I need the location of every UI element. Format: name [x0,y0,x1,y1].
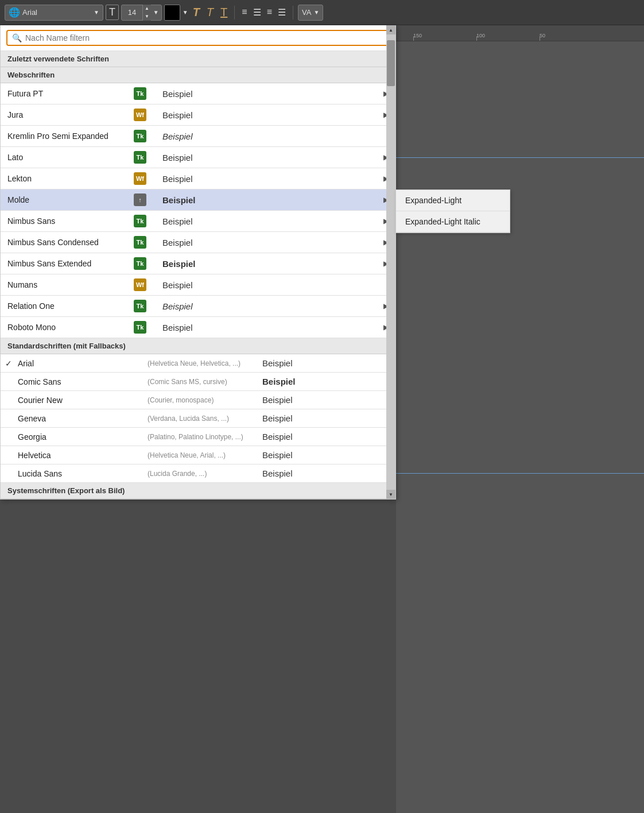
section-header-standard: Standardschriften (mit Fallbacks) [1,338,395,354]
font-badge: Tk [134,257,146,270]
web-font-item[interactable]: Kremlin Pro Semi Expanded Tk Beispiel [1,126,395,147]
standard-font-item[interactable]: Helvetica (Helvetica Neue, Arial, ...) B… [1,446,395,464]
font-item-name: Helvetica [18,451,144,460]
blue-guide-line-1 [396,157,644,158]
size-down-button[interactable]: ▼ [143,13,151,21]
font-preview: Beispiel [251,395,389,405]
font-item-name: Numans [7,280,134,289]
font-fallback: (Verdana, Lucida Sans, ...) [148,415,251,423]
font-fallback: (Palatino, Palatino Linotype, ...) [148,433,251,441]
font-preview: Beispiel [251,450,389,460]
standard-font-item[interactable]: Georgia (Palatino, Palatino Linotype, ..… [1,428,395,446]
scroll-track [386,34,395,490]
font-item-name: Georgia [18,432,144,442]
font-preview: Beispiel [151,259,379,269]
search-input[interactable] [25,33,384,42]
submenu-item[interactable]: Expanded-Light [396,190,510,211]
scroll-up-button[interactable]: ▲ [386,25,395,34]
color-picker[interactable] [164,5,180,21]
font-fallback: (Courier, monospace) [148,396,251,404]
font-item-name: Nimbus Sans [7,216,134,226]
font-badge: Tk [134,130,146,142]
font-style-icon[interactable]: T [106,5,119,20]
font-badge: Tk [134,215,146,227]
font-preview: Beispiel [151,301,379,311]
font-submenu: Expanded-LightExpanded-Light Italic [395,189,510,233]
scroll-thumb[interactable] [387,40,395,86]
font-preview: Beispiel [151,110,379,120]
size-dropdown-arrow: ▼ [151,9,161,16]
va-dropdown-arrow: ▼ [313,9,319,16]
section-header-system: Systemschriften (Export als Bild) [1,483,395,499]
font-preview: Beispiel [151,131,389,141]
font-item-name: Comic Sans [18,377,144,386]
font-item-name: Kremlin Pro Semi Expanded [7,131,134,141]
canvas-area: 150 100 50 [396,25,644,813]
font-name-label: Arial [22,8,91,17]
font-badge: Tk [134,151,146,164]
section-header-recent: Zuletzt verwendete Schriften [1,51,395,67]
font-item-name: Lekton [7,174,134,183]
search-box: 🔍 [1,25,395,51]
scroll-down-button[interactable]: ▼ [386,490,395,499]
font-size-input[interactable]: 14 [122,8,142,17]
web-font-item[interactable]: Jura Wf Beispiel ▶ [1,104,395,126]
font-fallback: (Lucida Grande, ...) [148,470,251,478]
font-badge: Wf [134,278,146,291]
web-font-item[interactable]: Nimbus Sans Extended Tk Beispiel ▶ [1,253,395,274]
align-center-icon[interactable]: ☰ [251,5,263,20]
font-badge: Tk [134,87,146,100]
font-item-name: Relation One [7,301,134,311]
web-font-item[interactable]: Lato Tk Beispiel ▶ [1,147,395,168]
font-fallback: (Helvetica Neue, Arial, ...) [148,451,251,459]
color-dropdown-arrow: ▼ [183,9,188,16]
web-font-item[interactable]: Molde ↑ Beispiel ▶ Expanded-LightExpande… [1,189,395,211]
bold-italic-T-icon[interactable]: T [191,3,202,21]
standard-font-item[interactable]: Comic Sans (Comic Sans MS, cursive) Beis… [1,373,395,391]
web-font-item[interactable]: Numans Wf Beispiel [1,274,395,296]
font-item-name: Futura PT [7,89,134,98]
font-preview: Beispiel [151,280,389,290]
align-justify-icon[interactable]: ☰ [276,5,288,20]
italic-T-icon[interactable]: T [204,3,216,21]
font-preview: Beispiel [151,216,379,226]
standard-font-item[interactable]: ✓ Arial (Helvetica Neue, Helvetica, ...)… [1,354,395,373]
web-font-item[interactable]: Lekton Wf Beispiel ▶ [1,168,395,189]
align-group: ≡ ☰ ≡ ☰ [239,5,288,20]
align-right-icon[interactable]: ≡ [265,5,274,20]
font-item-name: Lato [7,153,134,162]
font-selector[interactable]: 🌐 Arial ▼ [5,5,103,21]
font-preview: Beispiel [151,89,379,99]
size-arrows: ▲ ▼ [142,5,151,21]
font-item-name: Jura [7,110,134,119]
size-up-button[interactable]: ▲ [143,5,151,13]
web-font-item[interactable]: Nimbus Sans Tk Beispiel ▶ [1,211,395,232]
section-header-web: Webschriften [1,67,395,83]
web-font-item[interactable]: Nimbus Sans Condensed Tk Beispiel ▶ [1,232,395,253]
font-preview: Beispiel [151,238,379,247]
web-font-item[interactable]: Futura PT Tk Beispiel ▶ [1,83,395,104]
standard-font-item[interactable]: Lucida Sans (Lucida Grande, ...) Beispie… [1,464,395,483]
va-label: VA [302,8,311,17]
check-mark: ✓ [5,359,14,368]
font-dropdown-arrow: ▼ [94,9,99,16]
standard-font-item[interactable]: Courier New (Courier, monospace) Beispie… [1,391,395,409]
font-item-name: Lucida Sans [18,469,144,478]
align-left-icon[interactable]: ≡ [239,5,249,20]
web-font-item[interactable]: Roboto Mono Tk Beispiel ▶ [1,317,395,338]
font-item-name: Nimbus Sans Extended [7,259,134,268]
blue-guide-line-2 [396,473,644,474]
font-preview: Beispiel [151,195,379,205]
toolbar-separator-1 [234,6,235,20]
font-item-name: Courier New [18,396,144,405]
toolbar: 🌐 Arial ▼ T 14 ▲ ▼ ▼ ▼ T T T ≡ ☰ ≡ ☰ VA … [0,0,644,25]
scrollbar[interactable]: ▲ ▼ [386,25,395,499]
underline-T-icon[interactable]: T [218,3,230,21]
font-preview: Beispiel [251,358,389,368]
standard-font-item[interactable]: Geneva (Verdana, Lucida Sans, ...) Beisp… [1,409,395,428]
submenu-item[interactable]: Expanded-Light Italic [396,211,510,233]
web-font-item[interactable]: Relation One Tk Beispiel ▶ [1,296,395,317]
va-button[interactable]: VA ▼ [298,5,323,21]
font-preview: Beispiel [151,323,379,332]
ruler-mark-50: 50 [540,33,545,38]
